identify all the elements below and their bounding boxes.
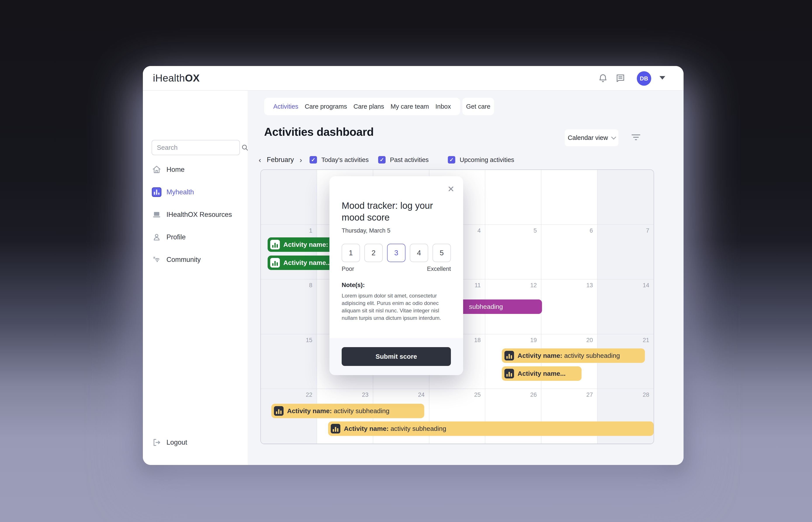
score-button-5[interactable]: 5 [433, 244, 451, 262]
sidebar-item-label: Profile [166, 233, 186, 241]
notes-text: Lorem ipsum dolor sit amet, consectetur … [342, 292, 447, 322]
month-navigation: ‹ February › [259, 154, 302, 166]
messages-chat-icon[interactable] [616, 73, 625, 83]
day-number: 4 [477, 227, 481, 234]
day-number: 5 [534, 227, 537, 234]
calendar-cell[interactable]: 13 [541, 279, 598, 334]
tab-bar: ActivitiesCare programsCare plansMy care… [264, 98, 460, 115]
day-number: 23 [362, 392, 369, 398]
modal-title: Mood tracker: log your mood score [342, 200, 444, 223]
view-selector-dropdown[interactable]: Calendar view [565, 129, 619, 146]
checkbox-past-activities[interactable]: ✓Past activities [378, 154, 429, 166]
checkbox-label: Upcoming activities [460, 156, 514, 163]
checkbox-label: Past activities [390, 156, 429, 163]
main-content: ActivitiesCare programsCare plansMy care… [248, 91, 684, 465]
day-number: 22 [306, 392, 312, 398]
day-number: 12 [530, 282, 537, 289]
account-menu-caret-icon[interactable] [660, 76, 665, 80]
resources-laptop-icon [152, 209, 162, 220]
event-chip-yellow-4[interactable]: Activity name: activity subheading [328, 421, 653, 436]
community-icon [152, 255, 162, 265]
calendar-cell[interactable]: 7 [598, 225, 653, 280]
calendar-cell[interactable]: 5 [485, 225, 541, 280]
tab-activities[interactable]: Activities [273, 103, 298, 110]
filter-icon[interactable] [631, 135, 641, 142]
calendar-cell[interactable]: 8 [261, 279, 317, 334]
calendar-cell[interactable]: 15 [261, 334, 317, 389]
score-button-1[interactable]: 1 [342, 244, 360, 262]
page-title: Activities dashboard [264, 125, 374, 138]
view-selector-label: Calendar view [568, 134, 608, 141]
search-input[interactable] [157, 144, 241, 151]
calendar-cell[interactable]: 14 [598, 279, 653, 334]
modal-date: Thursday, March 5 [342, 227, 451, 234]
logout-icon [152, 437, 162, 447]
calendar-cell[interactable]: 6 [541, 225, 598, 280]
event-chip-label: Activity name... [518, 370, 566, 377]
sidebar-item-label: Community [166, 256, 201, 264]
sidebar-item-community[interactable]: Community [152, 253, 243, 266]
calendar-cell[interactable] [261, 170, 317, 225]
sidebar-item-home[interactable]: Home [152, 163, 243, 176]
tab-get-care[interactable]: Get care [462, 98, 494, 115]
profile-person-icon [152, 232, 162, 242]
tab-my-care-team[interactable]: My care team [391, 103, 429, 110]
score-button-2[interactable]: 2 [365, 244, 383, 262]
checkbox-label: Today's activities [321, 156, 369, 163]
next-month-icon[interactable]: › [299, 156, 302, 163]
score-button-4[interactable]: 4 [410, 244, 428, 262]
top-header: iHealthOX DB [143, 66, 684, 91]
day-number: 1 [309, 227, 312, 234]
prev-month-icon[interactable]: ‹ [259, 156, 261, 163]
notifications-bell-icon[interactable] [598, 73, 608, 83]
scale-max-label: Excellent [427, 266, 451, 273]
month-label: February [267, 156, 294, 164]
day-number: 28 [643, 392, 649, 398]
sidebar-item-myhealth[interactable]: Myhealth [152, 185, 243, 199]
day-number: 21 [643, 337, 649, 344]
event-chip-label: subheading [469, 303, 503, 310]
bar-chart-icon [274, 406, 284, 416]
checkbox-todays-activities[interactable]: ✓Today's activities [310, 154, 369, 166]
checkbox-upcoming-activities[interactable]: ✓Upcoming activities [448, 154, 514, 166]
score-button-3[interactable]: 3 [387, 244, 405, 262]
close-icon[interactable]: ✕ [447, 185, 454, 193]
modal-footer: Submit score [329, 338, 463, 375]
sidebar-item-ihealthox-resources[interactable]: IHealthOX Resources [152, 208, 243, 221]
event-chip-yellow-2[interactable]: Activity name... [502, 366, 582, 381]
day-number: 25 [474, 392, 481, 398]
event-chip-yellow-1[interactable]: Activity name: activity subheading [502, 348, 645, 363]
brand-logo-light: iHealth [153, 72, 185, 84]
event-chip-yellow-3[interactable]: Activity name: activity subheading [271, 404, 424, 418]
sidebar-item-label: Home [166, 166, 185, 174]
sidebar-item-profile[interactable]: Profile [152, 230, 243, 244]
event-chip-label: Activity name: activity subheading [518, 352, 620, 359]
calendar-cell[interactable]: 1 [261, 225, 317, 280]
chevron-down-icon [611, 135, 616, 139]
checkbox-icon[interactable]: ✓ [378, 156, 386, 163]
checkbox-icon[interactable]: ✓ [310, 156, 317, 163]
sidebar-item-label: IHealthOX Resources [166, 211, 232, 219]
sidebar: HomeMyhealthIHealthOX ResourcesProfileCo… [143, 91, 248, 465]
calendar-cell[interactable] [598, 170, 653, 225]
sidebar-item-label: Myhealth [166, 188, 194, 196]
home-icon [152, 165, 162, 175]
calendar-filter-row: ‹ February › ✓Today's activities ✓Past a… [248, 154, 684, 166]
notes-label: Note(s): [342, 282, 451, 288]
search-icon[interactable] [241, 144, 249, 151]
calendar-cell[interactable] [485, 170, 541, 225]
user-avatar[interactable]: DB [637, 71, 651, 86]
day-number: 8 [309, 282, 312, 289]
day-number: 27 [586, 392, 593, 398]
day-number: 19 [530, 337, 537, 344]
calendar-cell[interactable] [541, 170, 598, 225]
submit-score-button[interactable]: Submit score [342, 347, 451, 366]
tab-inbox[interactable]: Inbox [435, 103, 451, 110]
event-chip-label: Activity name... [283, 259, 331, 266]
tab-care-plans[interactable]: Care plans [353, 103, 384, 110]
logout-button[interactable]: Logout [152, 436, 187, 449]
tab-care-programs[interactable]: Care programs [305, 103, 347, 110]
day-number: 20 [586, 337, 593, 344]
checkbox-icon[interactable]: ✓ [448, 156, 455, 163]
logout-label: Logout [166, 439, 187, 446]
